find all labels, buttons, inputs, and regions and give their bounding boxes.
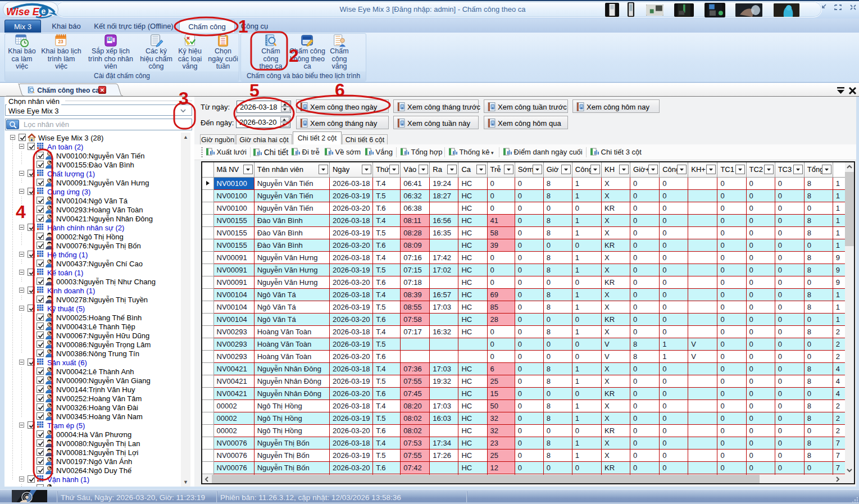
svg-text:23: 23: [58, 39, 63, 44]
svg-text:e: e: [42, 7, 46, 16]
